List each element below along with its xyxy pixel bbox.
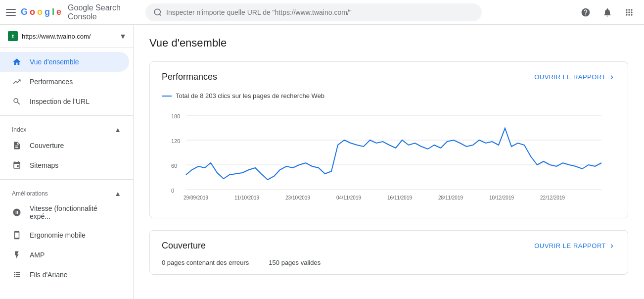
speed-icon [12, 207, 22, 217]
nav-label-inspection-url: Inspection de l'URL [30, 98, 90, 105]
section-label-ameliorations: Améliorations [12, 190, 48, 197]
svg-text:28/11/2019: 28/11/2019 [438, 195, 463, 200]
nav-label-sitemaps: Sitemaps [30, 161, 58, 169]
sidebar-item-inspection-url[interactable]: Inspection de l'URL [0, 92, 129, 111]
nav-label-vitesse: Vitesse (fonctionnalité expé... [30, 204, 117, 220]
svg-text:04/11/2019: 04/11/2019 [336, 195, 361, 200]
chevron-up-icon: ▲ [114, 126, 121, 134]
performances-link-label: OUVRIR LE RAPPORT [534, 73, 606, 81]
nav-label-amp: AMP [30, 251, 45, 259]
svg-text:120: 120 [171, 138, 180, 144]
page-title: Vue d'ensemble [149, 37, 628, 50]
brand-text: Google Search Console [68, 3, 139, 21]
performances-open-report[interactable]: OUVRIR LE RAPPORT [534, 73, 616, 81]
couverture-valid: 150 pages valides [269, 259, 321, 266]
sidebar-divider-1 [0, 115, 133, 116]
nav-label-vue-ensemble: Vue d'ensemble [30, 58, 79, 66]
performances-card: Performances OUVRIR LE RAPPORT Total de … [149, 61, 628, 218]
site-url: https://www.twaino.com/ [22, 33, 117, 40]
nav-label-fils-ariane: Fils d'Ariane [30, 271, 68, 279]
sidebar-item-ergonomie[interactable]: Ergonomie mobile [0, 225, 129, 245]
couverture-card: Couverture OUVRIR LE RAPPORT 0 pages con… [149, 230, 628, 275]
nav-label-couverture: Couverture [30, 142, 64, 150]
couverture-link-label: OUVRIR LE RAPPORT [534, 242, 606, 249]
sidebar-item-fils-ariane[interactable]: Fils d'Ariane [0, 265, 129, 285]
topbar-left: Google Google Search Console [6, 3, 139, 21]
performances-title: Performances [162, 72, 217, 82]
svg-point-0 [154, 9, 160, 15]
svg-text:11/10/2019: 11/10/2019 [234, 195, 259, 200]
sidebar: t https://www.twaino.com/ ▾ Vue d'ensemb… [0, 25, 134, 299]
couverture-stats: 0 pages contenant des erreurs 150 pages … [150, 259, 628, 274]
couverture-card-header: Couverture OUVRIR LE RAPPORT [150, 231, 628, 259]
main-content: Vue d'ensemble Performances OUVRIR LE RA… [134, 25, 644, 299]
body: t https://www.twaino.com/ ▾ Vue d'ensemb… [0, 25, 644, 299]
svg-line-1 [159, 14, 161, 15]
site-selector[interactable]: t https://www.twaino.com/ ▾ [0, 25, 133, 48]
sidebar-divider-2 [0, 179, 133, 180]
mobile-icon [12, 230, 22, 240]
sitemap-icon [12, 160, 22, 170]
site-favicon: t [8, 31, 18, 41]
couverture-errors: 0 pages contenant des erreurs [162, 259, 249, 266]
chevron-down-icon: ▾ [121, 31, 125, 42]
section-label-index: Index [12, 126, 26, 133]
main-inner: Vue d'ensemble Performances OUVRIR LE RA… [134, 25, 644, 299]
sidebar-item-performances[interactable]: Performances [0, 72, 129, 92]
trending-up-icon [12, 77, 22, 87]
file-icon [12, 141, 22, 150]
chevron-right-icon-2 [608, 242, 616, 250]
couverture-open-report[interactable]: OUVRIR LE RAPPORT [534, 242, 616, 250]
svg-text:60: 60 [171, 163, 177, 169]
svg-text:10/12/2019: 10/12/2019 [489, 195, 514, 200]
search-nav-icon [12, 97, 22, 106]
notifications-button[interactable] [598, 3, 616, 21]
svg-text:22/12/2019: 22/12/2019 [540, 195, 565, 200]
sidebar-item-vue-ensemble[interactable]: Vue d'ensemble [0, 52, 129, 72]
sidebar-nav: Vue d'ensemble Performances Inspection d… [0, 48, 133, 299]
performance-chart: 180 120 60 0 29/09/ [162, 109, 616, 208]
brand-logo: Google Google Search Console [21, 3, 139, 21]
search-icon [153, 8, 162, 17]
apps-button[interactable] [620, 3, 638, 21]
nav-label-performances: Performances [30, 78, 73, 86]
chart-info-text: Total de 8 203 clics sur les pages de re… [176, 92, 324, 100]
search-bar[interactable] [145, 3, 482, 21]
home-icon [12, 57, 22, 67]
chevron-up-icon-2: ▲ [114, 190, 121, 198]
sidebar-item-sitemaps[interactable]: Sitemaps [0, 155, 129, 175]
svg-text:29/09/2019: 29/09/2019 [184, 195, 208, 200]
list-icon [12, 270, 22, 280]
svg-text:180: 180 [171, 113, 180, 119]
sidebar-item-couverture[interactable]: Couverture [0, 136, 129, 155]
legend-line [162, 96, 172, 97]
bolt-icon [12, 250, 22, 260]
chart-legend: Total de 8 203 clics sur les pages de re… [150, 90, 628, 105]
svg-text:0: 0 [171, 188, 174, 194]
performances-card-header: Performances OUVRIR LE RAPPORT [150, 62, 628, 90]
svg-text:16/11/2019: 16/11/2019 [387, 195, 412, 200]
couverture-title: Couverture [162, 241, 206, 251]
topbar: Google Google Search Console [0, 0, 644, 25]
menu-icon[interactable] [6, 9, 16, 16]
section-header-index: Index ▲ [0, 120, 133, 136]
section-header-ameliorations: Améliorations ▲ [0, 184, 133, 199]
svg-text:23/10/2019: 23/10/2019 [285, 195, 310, 200]
sidebar-item-vitesse[interactable]: Vitesse (fonctionnalité expé... [0, 199, 129, 225]
help-button[interactable] [577, 3, 595, 21]
chevron-right-icon [608, 73, 616, 81]
sidebar-item-amp[interactable]: AMP [0, 245, 129, 265]
topbar-icons [577, 3, 638, 21]
chart-container: 180 120 60 0 29/09/ [150, 105, 628, 218]
search-input[interactable] [166, 8, 474, 16]
nav-label-ergonomie: Ergonomie mobile [30, 231, 86, 239]
